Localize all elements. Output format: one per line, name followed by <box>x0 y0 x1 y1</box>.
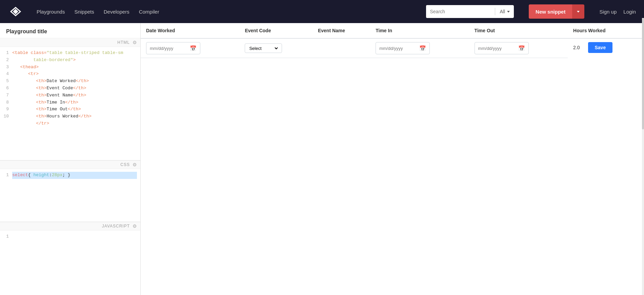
nav-item-developers[interactable]: Developers <box>104 9 129 15</box>
table-header-row: Date Worked Event Code Event Name Time I… <box>141 23 644 38</box>
time-in-calendar-icon[interactable]: 📅 <box>419 45 426 52</box>
navbar-nav: Playgrounds Snippets Developers Compiler <box>37 9 159 15</box>
new-snippet-dropdown-button[interactable] <box>572 4 584 19</box>
event-code-select-wrap: Select Option A Option B <box>245 43 282 53</box>
html-settings-icon[interactable]: ⚙ <box>133 40 137 45</box>
preview-table: Date Worked Event Code Event Name Time I… <box>141 23 644 58</box>
js-section-header: JAVASCRIPT ⚙ <box>0 222 140 231</box>
css-settings-icon[interactable]: ⚙ <box>133 162 137 167</box>
table-header: Date Worked Event Code Event Name Time I… <box>141 23 644 38</box>
html-line-numbers: 12345 678910 <box>0 50 12 158</box>
cell-event-name <box>313 38 370 58</box>
nav-item-playgrounds[interactable]: Playgrounds <box>37 9 65 15</box>
col-date-worked: Date Worked <box>141 23 239 38</box>
login-link[interactable]: Login <box>623 9 636 15</box>
col-time-out: Time Out <box>469 23 568 38</box>
new-snippet-button[interactable]: New snippet <box>529 4 572 19</box>
left-panel: Playground title HTML ⚙ 12345 678910 <ta… <box>0 23 141 295</box>
playground-title: Playground title <box>0 23 140 38</box>
css-line-numbers: 1 <box>0 172 12 219</box>
js-label: JAVASCRIPT <box>102 224 130 228</box>
right-panel: Date Worked Event Code Event Name Time I… <box>141 23 644 295</box>
js-line-numbers: 1 <box>0 233 12 292</box>
date-worked-input[interactable] <box>150 46 190 51</box>
time-out-calendar-icon[interactable]: 📅 <box>518 45 525 52</box>
col-event-code: Event Code <box>239 23 313 38</box>
time-out-input-wrap: 📅 <box>475 42 529 54</box>
css-section-header: CSS ⚙ <box>0 161 140 169</box>
nav-item-compiler[interactable]: Compiler <box>139 9 159 15</box>
date-worked-calendar-icon[interactable]: 📅 <box>190 45 197 52</box>
search-input[interactable] <box>426 5 494 18</box>
svg-marker-3 <box>577 11 580 13</box>
search-bar: All <box>426 5 514 18</box>
js-settings-icon[interactable]: ⚙ <box>133 223 137 229</box>
css-code-content: select{ height:28px; } <box>12 172 140 219</box>
navbar: Playgrounds Snippets Developers Compiler… <box>0 0 644 23</box>
html-section: HTML ⚙ 12345 678910 <table class="table … <box>0 38 140 161</box>
cell-date-worked: 📅 <box>141 38 239 58</box>
cell-time-out: 📅 <box>469 38 568 58</box>
date-worked-input-wrap: 📅 <box>146 42 200 54</box>
table-body: 📅 Select Option A Option B <box>141 38 644 58</box>
table-row: 📅 Select Option A Option B <box>141 38 644 58</box>
cell-event-code: Select Option A Option B <box>239 38 313 58</box>
js-code-content <box>12 233 140 292</box>
hours-worked-value: 2.0 <box>573 45 580 50</box>
save-button[interactable]: Save <box>588 42 613 53</box>
js-section: JAVASCRIPT ⚙ 1 <box>0 222 140 295</box>
time-out-input[interactable] <box>478 46 518 51</box>
search-filter-dropdown[interactable]: All <box>497 5 514 18</box>
event-code-select[interactable]: Select Option A Option B <box>248 44 279 52</box>
main-layout: Playground title HTML ⚙ 12345 678910 <ta… <box>0 23 644 295</box>
html-code-body: 12345 678910 <table class="table table-s… <box>0 47 140 160</box>
css-code-body: 1 select{ height:28px; } <box>0 169 140 222</box>
css-section: CSS ⚙ 1 select{ height:28px; } <box>0 161 140 222</box>
css-label: CSS <box>120 162 130 167</box>
time-in-input-wrap: 📅 <box>376 42 430 54</box>
svg-marker-2 <box>507 11 510 13</box>
cell-hours-worked: 2.0 Save <box>568 39 644 56</box>
cell-time-in: 📅 <box>370 38 469 58</box>
html-section-header: HTML ⚙ <box>0 38 140 47</box>
sign-up-link[interactable]: Sign up <box>599 9 617 15</box>
col-time-in: Time In <box>370 23 469 38</box>
nav-item-snippets[interactable]: Snippets <box>74 9 94 15</box>
auth-links: Sign up Login <box>599 9 636 15</box>
col-hours-worked: Hours Worked <box>568 23 644 38</box>
js-code-body: 1 <box>0 231 140 295</box>
logo[interactable] <box>8 4 23 19</box>
search-divider <box>495 8 495 16</box>
col-event-name: Event Name <box>313 23 370 38</box>
new-snippet-group: New snippet <box>529 4 584 19</box>
time-in-input[interactable] <box>379 46 419 51</box>
html-code-content: <table class="table table-striped table-… <box>12 50 140 158</box>
html-label: HTML <box>117 40 130 45</box>
